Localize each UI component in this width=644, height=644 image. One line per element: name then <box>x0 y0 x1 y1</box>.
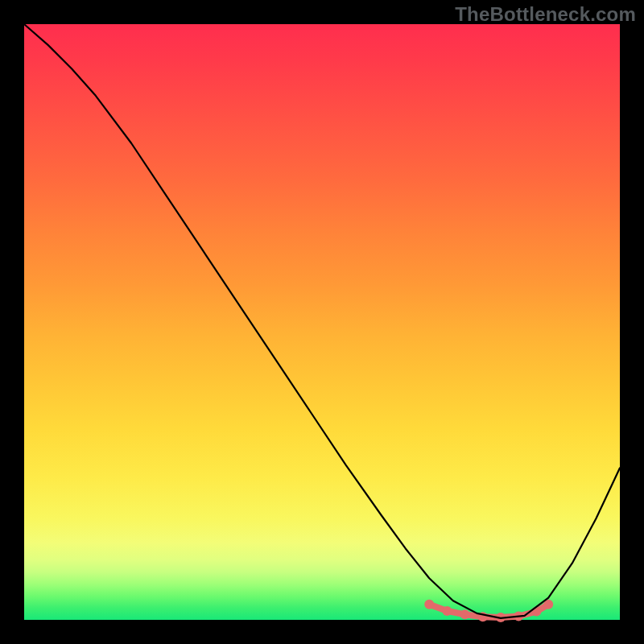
highlight-dot <box>424 600 434 609</box>
watermark-text: TheBottleneck.com <box>455 3 636 26</box>
highlight-dot <box>460 609 470 619</box>
chart-frame: TheBottleneck.com <box>0 0 644 644</box>
chart-svg <box>24 24 620 620</box>
highlight-dot <box>531 607 541 617</box>
highlight-dot <box>442 606 452 616</box>
curve-line <box>24 24 620 618</box>
highlight-group <box>424 600 553 622</box>
plot-area <box>24 24 620 620</box>
